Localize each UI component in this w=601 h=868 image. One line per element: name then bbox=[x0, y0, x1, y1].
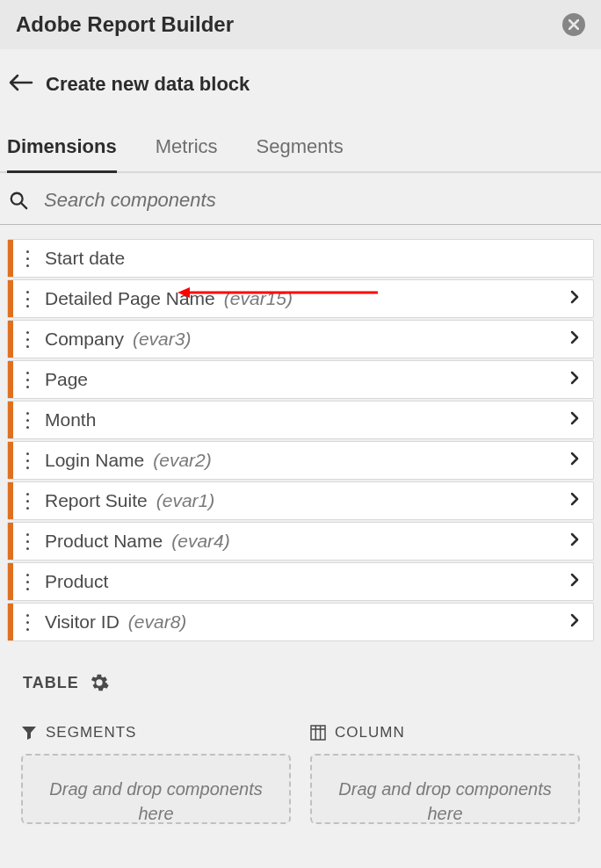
dimension-id: (evar2) bbox=[153, 450, 212, 471]
column-dropzone[interactable]: Drag and drop components here bbox=[310, 754, 580, 824]
search-icon bbox=[9, 191, 28, 210]
chevron-right-icon[interactable] bbox=[556, 573, 593, 591]
dimension-text: Company(evar3) bbox=[38, 329, 556, 350]
chevron-right-icon[interactable] bbox=[556, 613, 593, 632]
gear-icon[interactable] bbox=[90, 673, 109, 692]
dimension-item[interactable]: Report Suite(evar1) bbox=[7, 481, 594, 520]
search-input[interactable] bbox=[44, 189, 592, 212]
dimension-text: Product bbox=[38, 571, 556, 592]
drag-handle-icon[interactable] bbox=[13, 331, 38, 348]
drag-handle-icon[interactable] bbox=[13, 614, 38, 631]
dimension-name: Product bbox=[45, 571, 108, 592]
search-row bbox=[0, 173, 601, 225]
dimension-item[interactable]: Visitor ID(evar8) bbox=[7, 603, 594, 641]
chevron-right-icon[interactable] bbox=[556, 371, 593, 389]
tab-dimensions[interactable]: Dimensions bbox=[7, 135, 117, 173]
dimension-item[interactable]: Detailed Page Name(evar15) bbox=[7, 279, 594, 318]
header-bar: Adobe Report Builder bbox=[0, 0, 601, 49]
filter-icon bbox=[21, 725, 37, 741]
close-button[interactable] bbox=[562, 13, 585, 36]
back-arrow-icon[interactable] bbox=[9, 72, 33, 97]
segments-dropzone[interactable]: Drag and drop components here bbox=[21, 754, 291, 824]
chevron-right-icon[interactable] bbox=[556, 452, 593, 470]
dimension-item[interactable]: Page bbox=[7, 360, 594, 399]
dimension-text: Product Name(evar4) bbox=[38, 531, 556, 552]
chevron-right-icon[interactable] bbox=[556, 492, 593, 510]
chevron-right-icon[interactable] bbox=[556, 411, 593, 430]
dimension-name: Detailed Page Name bbox=[45, 288, 215, 309]
dimension-text: Month bbox=[38, 409, 556, 430]
dimension-item[interactable]: Product bbox=[7, 562, 594, 601]
drag-handle-icon[interactable] bbox=[13, 533, 38, 550]
dimension-text: Visitor ID(evar8) bbox=[38, 611, 556, 633]
column-label: COLUMN bbox=[335, 724, 405, 741]
table-section: TABLE bbox=[0, 643, 601, 692]
dimension-text: Detailed Page Name(evar15) bbox=[38, 288, 556, 309]
svg-line-1 bbox=[21, 203, 26, 208]
drag-handle-icon[interactable] bbox=[13, 493, 38, 510]
app-title: Adobe Report Builder bbox=[16, 12, 234, 37]
dimension-id: (evar8) bbox=[128, 611, 187, 633]
drag-handle-icon[interactable] bbox=[13, 372, 38, 388]
drag-handle-icon[interactable] bbox=[13, 412, 38, 429]
dimension-item[interactable]: Start date bbox=[7, 239, 594, 278]
dimension-name: Product Name bbox=[45, 531, 163, 552]
drag-handle-icon[interactable] bbox=[13, 574, 38, 590]
dropzones: SEGMENTS Drag and drop components here C… bbox=[0, 692, 601, 824]
dimension-name: Page bbox=[45, 369, 88, 390]
dimension-id: (evar1) bbox=[156, 490, 215, 511]
drag-handle-icon[interactable] bbox=[13, 250, 38, 267]
dimension-name: Start date bbox=[45, 248, 125, 269]
chevron-right-icon[interactable] bbox=[556, 330, 593, 349]
dimension-item[interactable]: Company(evar3) bbox=[7, 320, 594, 358]
dimension-text: Page bbox=[38, 369, 556, 390]
dimension-name: Report Suite bbox=[45, 490, 148, 511]
dimension-text: Report Suite(evar1) bbox=[38, 490, 556, 511]
chevron-right-icon[interactable] bbox=[556, 290, 593, 308]
table-label: TABLE bbox=[23, 674, 79, 692]
dimension-name: Visitor ID bbox=[45, 611, 119, 633]
dimension-id: (evar4) bbox=[171, 531, 230, 552]
dimension-name: Company bbox=[45, 329, 124, 350]
dimension-item[interactable]: Month bbox=[7, 401, 594, 439]
dimension-item[interactable]: Login Name(evar2) bbox=[7, 441, 594, 480]
tab-metrics[interactable]: Metrics bbox=[156, 135, 218, 171]
chevron-right-icon[interactable] bbox=[556, 532, 593, 551]
page-title: Create new data block bbox=[46, 73, 250, 96]
drag-handle-icon[interactable] bbox=[13, 291, 38, 307]
subheader: Create new data block bbox=[0, 49, 601, 97]
close-icon bbox=[568, 19, 579, 30]
dimension-id: (evar3) bbox=[133, 329, 192, 350]
segments-label: SEGMENTS bbox=[46, 724, 136, 741]
tab-segments[interactable]: Segments bbox=[257, 135, 344, 171]
dimensions-list: Start dateDetailed Page Name(evar15)Comp… bbox=[0, 225, 601, 641]
dimension-text: Login Name(evar2) bbox=[38, 450, 556, 471]
dimension-item[interactable]: Product Name(evar4) bbox=[7, 522, 594, 561]
dimension-name: Month bbox=[45, 409, 96, 430]
svg-rect-4 bbox=[311, 726, 325, 740]
dimension-id: (evar15) bbox=[224, 288, 293, 309]
dimension-text: Start date bbox=[38, 248, 593, 269]
column-icon bbox=[310, 725, 326, 741]
dimension-name: Login Name bbox=[45, 450, 144, 471]
drag-handle-icon[interactable] bbox=[13, 452, 38, 469]
tabs: Dimensions Metrics Segments bbox=[0, 97, 601, 173]
